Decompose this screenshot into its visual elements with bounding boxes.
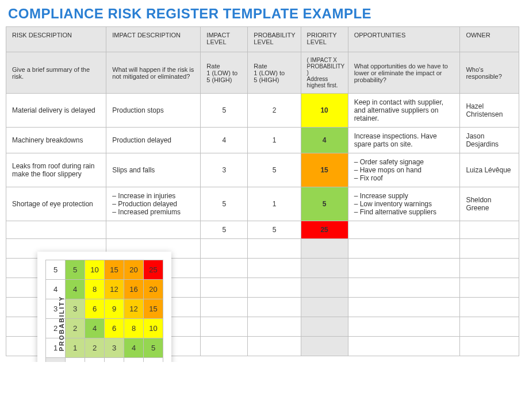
matrix-cell: 4 [85,319,105,338]
header-impact: IMPACT DESCRIPTION [106,27,201,52]
matrix-cell: 16 [124,280,144,299]
matrix-row-label: 5 [46,260,66,280]
cell: 15 [301,153,348,187]
subheader-opportunities: What opportunities do we have to lower o… [348,52,460,94]
cell: 2 [248,94,301,128]
table-row: Material delivery is delayedProduction s… [6,94,519,128]
cell [460,221,519,239]
matrix-corner [46,358,66,363]
cell: 1 [248,128,301,153]
matrix-col-label: 3 [105,358,124,363]
subheader-owner: Who's responsible? [460,52,519,94]
matrix-cell: 6 [85,299,105,319]
matrix-cell: 10 [144,319,163,338]
matrix-cell: 10 [85,260,105,280]
table-row: 5525 [6,221,519,239]
table-row: Shortage of eye protection– Increase in … [6,187,519,221]
cell: – Increase supply – Low inventory warnin… [348,187,460,221]
cell: 25 [301,221,348,239]
header-risk: RISK DESCRIPTION [6,27,106,52]
cell: 5 [301,187,348,221]
cell [106,221,201,239]
cell: 4 [201,128,248,153]
matrix-col-label: 4 [124,358,144,363]
matrix-cell: 1 [66,338,85,358]
table-row: Leaks from roof during rain make the flo… [6,153,519,187]
header-impact-level: IMPACT LEVEL [201,27,248,52]
page-title: COMPLIANCE RISK REGISTER TEMPLATE EXAMPL… [8,6,519,22]
subheader-probability-level: Rate 1 (LOW) to 5 (HIGH) [248,52,301,94]
matrix-cell: 25 [144,260,163,280]
matrix-cell: 12 [105,280,124,299]
cell: 5 [201,221,248,239]
cell: 10 [301,94,348,128]
cell: Leaks from roof during rain make the flo… [6,153,106,187]
cell: 5 [201,187,248,221]
matrix-cell: 5 [144,338,163,358]
matrix-cell: 4 [66,280,85,299]
matrix-cell: 3 [105,338,124,358]
cell: 4 [301,128,348,153]
subheader-impact-level: Rate 1 (LOW) to 5 (HIGH) [201,52,248,94]
matrix-cell: 8 [124,319,144,338]
cell: Material delivery is delayed [6,94,106,128]
matrix-cell: 20 [144,280,163,299]
cell: Luiza Lévêque [460,153,519,187]
matrix-cell: 5 [66,260,85,280]
cell: Sheldon Greene [460,187,519,221]
matrix-cell: 8 [85,280,105,299]
matrix-col-label: 1 [66,358,85,363]
risk-matrix-card: PROBABILITY 5510152025448121620336912152… [37,252,171,362]
table-row: Machinery breakdownsProduction delayed41… [6,128,519,153]
cell: – Increase in injuries – Production dela… [106,187,201,221]
cell: 3 [201,153,248,187]
matrix-col-label: 5 [144,358,163,363]
cell: Production stops [106,94,201,128]
matrix-cell: 4 [124,338,144,358]
subheader-risk: Give a brief summary of the risk. [6,52,106,94]
cell: 5 [248,153,301,187]
matrix-cell: 12 [124,299,144,319]
cell [348,221,460,239]
matrix-col-label: 2 [85,358,105,363]
matrix-cell: 2 [66,319,85,338]
matrix-cell: 9 [105,299,124,319]
cell [6,221,106,239]
subheader-priority-level: ( IMPACT X PROBABILITY ) Address highest… [301,52,348,94]
cell: Slips and falls [106,153,201,187]
header-probability-level: PROBABILITY LEVEL [248,27,301,52]
cell: Hazel Christensen [460,94,519,128]
matrix-y-axis-label: PROBABILITY [58,295,65,351]
header-owner: OWNER [460,27,519,52]
cell: Machinery breakdowns [6,128,106,153]
cell: 5 [201,94,248,128]
matrix-cell: 15 [105,260,124,280]
cell: Increase inspections. Have spare parts o… [348,128,460,153]
cell: Jason Desjardins [460,128,519,153]
cell: Production delayed [106,128,201,153]
cell: Keep in contact with supplier, and alter… [348,94,460,128]
header-priority-level: PRIORITY LEVEL [301,27,348,52]
cell: Shortage of eye protection [6,187,106,221]
cell: – Order safety signage – Have mops on ha… [348,153,460,187]
matrix-cell: 20 [124,260,144,280]
cell: 5 [248,221,301,239]
matrix-cell: 6 [105,319,124,338]
matrix-cell: 15 [144,299,163,319]
header-opportunities: OPPORTUNITIES [348,27,460,52]
matrix-cell: 2 [85,338,105,358]
matrix-cell: 3 [66,299,85,319]
subheader-impact: What will happen if the risk is not miti… [106,52,201,94]
cell: 1 [248,187,301,221]
